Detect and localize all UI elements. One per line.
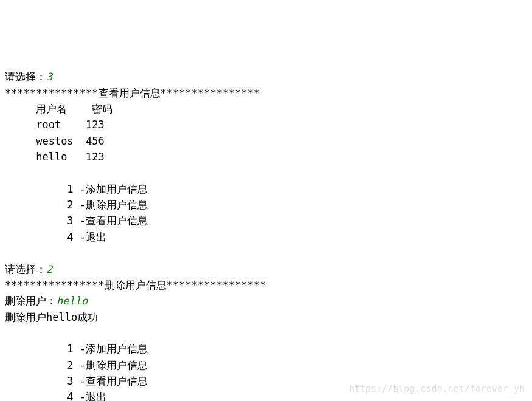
menu-item: 3 -查看用户信息 [67, 214, 148, 227]
menu-item: 4 -退出 [67, 391, 106, 401]
delete-prompt: 删除用户： [5, 295, 57, 307]
delete-success-suffix: 成功 [77, 311, 98, 323]
delete-success-user: hello [46, 311, 77, 323]
delete-input[interactable]: hello [57, 295, 88, 307]
menu-item: 1 -添加用户信息 [67, 183, 148, 195]
user-input[interactable]: 2 [46, 263, 52, 275]
cell-pass: 123 [86, 118, 105, 131]
col-header-user: 用户名 [36, 103, 67, 115]
menu-item: 2 -删除用户信息 [67, 359, 148, 371]
section-title: 查看用户信息 [98, 87, 161, 99]
stars-right: **************** [161, 87, 260, 99]
menu-item: 3 -查看用户信息 [67, 375, 148, 387]
prompt-label: 请选择： [5, 70, 46, 83]
section-title: 删除用户信息 [105, 279, 167, 291]
watermark: https://blog.csdn.net/forever_yh [349, 382, 525, 396]
menu-item: 4 -退出 [67, 231, 106, 243]
user-input[interactable]: 3 [46, 70, 52, 83]
cell-pass: 456 [86, 135, 105, 147]
menu-item: 2 -删除用户信息 [67, 199, 148, 211]
stars-right: **************** [167, 279, 266, 291]
stars-left: **************** [5, 279, 105, 291]
terminal-output: 请选择：3 ***************查看用户信息*************… [5, 69, 527, 401]
cell-user: root [36, 118, 61, 131]
prompt-label: 请选择： [5, 263, 46, 275]
delete-success-prefix: 删除用户 [5, 311, 46, 323]
cell-pass: 123 [86, 151, 105, 163]
stars-left: *************** [5, 87, 98, 99]
cell-user: westos [36, 135, 73, 147]
menu-item: 1 -添加用户信息 [67, 343, 148, 355]
cell-user: hello [36, 151, 67, 163]
col-header-pass: 密码 [92, 103, 112, 115]
